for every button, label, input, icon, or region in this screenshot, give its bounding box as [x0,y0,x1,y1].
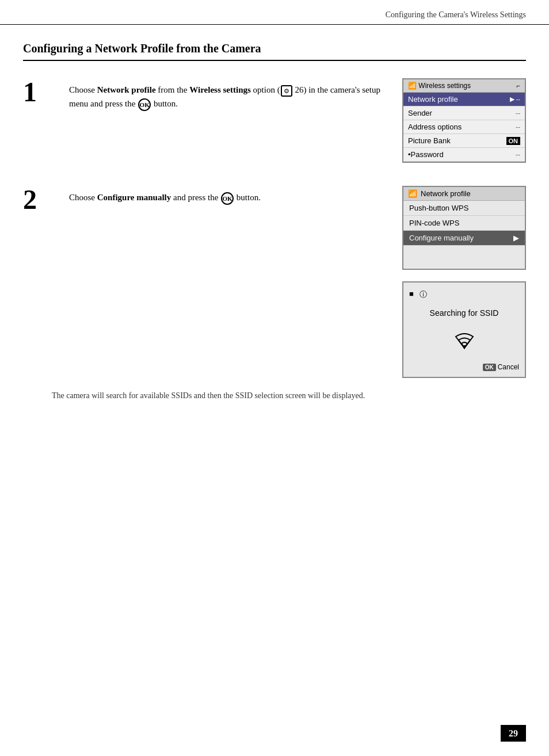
section-title: Configuring a Network Profile from the C… [23,42,526,61]
search-screen-icon-info: ⓘ [420,289,427,300]
settings-icon: ⚙ [281,85,292,97]
battery-icon: ⌐ [517,82,520,89]
step-1-text: Choose Network profile from the Wireless… [69,78,385,111]
page-footer: 29 [501,728,526,739]
searching-screen: ■ ⓘ Searching for SSID OK [402,281,526,378]
wireless-settings-label: Wireless settings [418,82,471,90]
ok-button-icon-2: OK [221,192,234,205]
np-menu-configure-manually: Configure manually ▶ [403,231,525,246]
menu-value-sender: -- [516,109,520,117]
np-screen-header: 📶 Network profile [403,187,525,201]
search-screen-footer: OK Cancel [409,363,519,371]
menu-item-picture-bank: Picture Bank ON [403,134,525,148]
menu-label-address-options: Address options [408,123,462,131]
menu-label-picture-bank: Picture Bank [408,136,451,145]
page-header: Configuring the Camera's Wireless Settin… [0,0,549,25]
menu-item-network-profile: Network profile ▶ -- [403,93,525,106]
page-number: 29 [501,725,526,742]
configure-manually-arrow: ▶ [513,234,519,242]
ok-button-icon-1: OK [138,98,151,111]
network-profile-screen: 📶 Network profile Push-button WPS PIN-co… [402,186,526,270]
wireless-settings-screen: 📶 Wireless settings ⌐ Network profile ▶ … [402,78,526,163]
header-title: Configuring the Camera's Wireless Settin… [386,10,526,19]
menu-label-network-profile: Network profile [408,95,458,104]
cancel-label: Cancel [498,363,519,371]
step-2-screenshots: 📶 Network profile Push-button WPS PIN-co… [402,186,526,378]
step-2-row: 2 Choose Configure manually and press th… [23,186,526,378]
menu-label-sender: Sender [408,109,432,117]
menu-label-password: •Password [408,150,444,159]
menu-item-password: •Password -- [403,148,525,162]
ok-cancel-badge: OK [483,364,496,371]
configure-manually-label: Configure manually [409,234,474,242]
wireless-icon: 📶 Wireless settings [408,82,471,90]
step-2-note: The camera will search for available SSI… [52,390,526,402]
menu-value-address-options: -- [516,123,520,131]
step-2-keyword-1: Configure manually [97,193,171,202]
menu-arrow-network-profile: ▶ -- [510,96,520,103]
wireless-settings-header: 📶 Wireless settings ⌐ [403,79,525,93]
np-wifi-icon: 📶 [408,189,417,198]
menu-item-sender: Sender -- [403,106,525,120]
menu-value-password: -- [516,151,520,159]
np-menu-pin-code: PIN-code WPS [403,216,525,231]
step-2-text: Choose Configure manually and press the … [69,186,385,205]
wifi-animation-icon [409,328,519,355]
step-1-screenshot: 📶 Wireless settings ⌐ Network profile ▶ … [402,78,526,163]
step-1-number: 1 [23,78,52,106]
search-screen-header: ■ ⓘ [409,289,519,300]
step-1-keyword-2: Wireless settings [189,85,251,94]
np-header-label: Network profile [421,189,471,198]
menu-item-address-options: Address options -- [403,120,525,134]
menu-value-picture-bank: ON [506,137,521,145]
wifi-svg [450,328,479,351]
searching-ssid-label: Searching for SSID [409,308,519,318]
step-1-keyword-1: Network profile [97,85,156,94]
page-content: Configuring a Network Profile from the C… [0,25,549,436]
np-screen-empty [403,246,525,269]
search-screen-icon-sd: ■ [409,289,414,300]
step-2-number: 2 [23,186,52,213]
np-menu-push-button: Push-button WPS [403,201,525,216]
step-1-row: 1 Choose Network profile from the Wirele… [23,78,526,163]
